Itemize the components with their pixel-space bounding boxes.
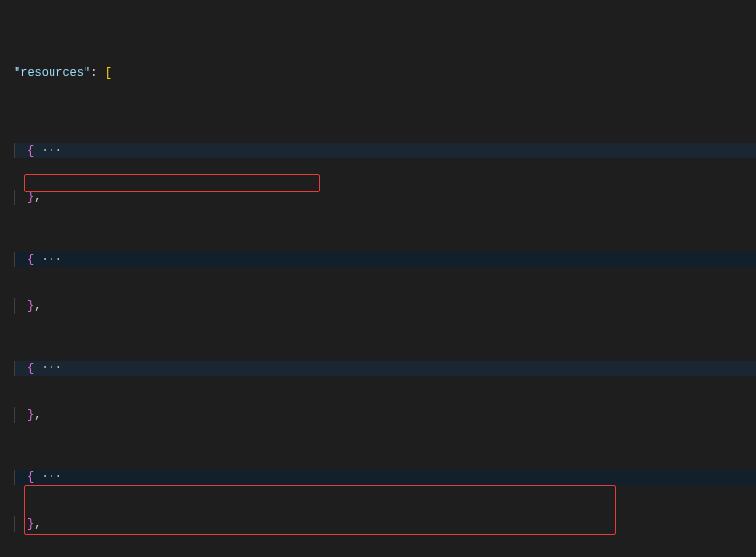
code-line[interactable]: },: [14, 298, 756, 314]
folded-region[interactable]: { ···: [14, 143, 756, 158]
code-line[interactable]: },: [14, 190, 756, 205]
ellipsis-icon: ···: [41, 470, 62, 484]
ellipsis-icon: ···: [41, 253, 62, 266]
ellipsis-icon: ···: [41, 362, 62, 375]
bracket-open: [: [105, 66, 112, 80]
folded-region[interactable]: { ···: [14, 252, 756, 267]
ellipsis-icon: ···: [41, 144, 62, 157]
code-line[interactable]: },: [14, 407, 756, 423]
folded-region[interactable]: { ···: [14, 470, 756, 485]
json-key: "resources": [14, 66, 90, 80]
folded-region[interactable]: { ···: [14, 361, 756, 376]
code-line[interactable]: "resources": [: [14, 65, 756, 81]
colon: :: [90, 66, 104, 80]
code-line[interactable]: },: [14, 516, 756, 532]
code-editor[interactable]: "resources": [ { ··· }, { ··· }, { ··· }…: [0, 0, 756, 557]
